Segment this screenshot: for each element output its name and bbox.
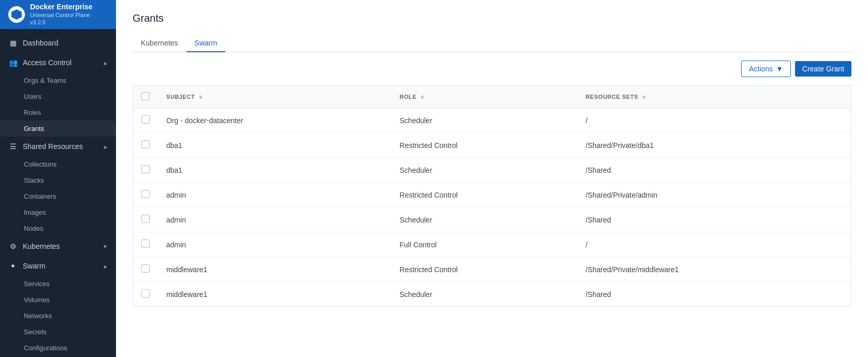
- sidebar-section-label: Access Control: [23, 58, 71, 67]
- table-header-row: SUBJECT ⇅ ROLE ⇅ RESOURCE SETS ⇅: [133, 86, 851, 108]
- cell-subject: dba1: [158, 158, 392, 183]
- cell-resource_sets: /Shared: [577, 207, 851, 232]
- sidebar-item-containers[interactable]: Containers: [0, 188, 116, 204]
- sidebar-item-networks[interactable]: Networks: [0, 308, 116, 324]
- column-role[interactable]: ROLE ⇅: [392, 86, 577, 108]
- sidebar-item-orgs-teams[interactable]: Orgs & Teams: [0, 72, 116, 88]
- cell-subject: dba1: [158, 133, 392, 158]
- cell-subject: admin: [158, 183, 392, 207]
- create-grant-button[interactable]: Create Grant: [795, 61, 851, 77]
- sidebar-section-access-control[interactable]: 👥 Access Control ▲: [0, 53, 116, 72]
- row-checkbox[interactable]: [141, 115, 150, 124]
- sidebar-item-services[interactable]: Services: [0, 276, 116, 292]
- sort-icon: ⇅: [642, 95, 646, 100]
- sidebar-item-images[interactable]: Images: [0, 204, 116, 220]
- sidebar-item-roles[interactable]: Roles: [0, 105, 116, 121]
- chevron-down-icon: ▼: [776, 65, 783, 73]
- sidebar-item-label: Orgs & Teams: [24, 77, 66, 84]
- table-row: adminRestricted Control/Shared/Private/a…: [133, 183, 851, 207]
- chevron-right-icon: ▼: [103, 244, 108, 249]
- page-title: Grants: [133, 12, 851, 24]
- brand-name: Docker Enterprise: [30, 3, 93, 11]
- select-all-cell[interactable]: [133, 86, 158, 108]
- sidebar-item-stacks[interactable]: Stacks: [0, 172, 116, 188]
- sidebar-item-label: Dashboard: [23, 39, 59, 47]
- toolbar: Actions ▼ Create Grant: [133, 52, 851, 85]
- sidebar-header: Docker Enterprise Universal Control Plan…: [0, 0, 116, 29]
- create-grant-label: Create Grant: [802, 65, 844, 73]
- chevron-down-icon: ▲: [103, 263, 108, 269]
- sidebar-section-swarm[interactable]: ✦ Swarm ▲: [0, 256, 116, 276]
- sidebar-item-dashboard[interactable]: ▦ Dashboard: [0, 33, 116, 53]
- table-row: middleware1Restricted Control/Shared/Pri…: [133, 257, 851, 282]
- access-control-icon: 👥: [8, 58, 18, 67]
- tab-swarm[interactable]: Swarm: [186, 35, 226, 52]
- table-row: adminScheduler/Shared: [133, 207, 851, 232]
- cell-subject: middleware1: [158, 257, 392, 282]
- sidebar-section-label: Shared Resources: [23, 142, 83, 151]
- tab-kubernetes[interactable]: Kubernetes: [133, 35, 186, 52]
- swarm-icon: ✦: [8, 261, 18, 271]
- cell-role: Scheduler: [392, 282, 577, 307]
- dashboard-icon: ▦: [8, 38, 18, 48]
- sidebar-item-label: Networks: [24, 312, 52, 320]
- kubernetes-icon: ⚙: [8, 242, 18, 251]
- sort-icon: ⇅: [199, 95, 203, 100]
- sidebar-item-nodes[interactable]: Nodes: [0, 220, 116, 236]
- sidebar-item-label: Secrets: [24, 328, 47, 336]
- tab-bar: Kubernetes Swarm: [133, 35, 851, 52]
- cell-subject: admin: [158, 207, 392, 232]
- sidebar-item-label: Volumes: [24, 296, 50, 304]
- cell-resource_sets: /Shared: [577, 158, 851, 183]
- row-checkbox[interactable]: [141, 140, 150, 148]
- sidebar-item-users[interactable]: Users: [0, 88, 116, 105]
- column-resource-sets[interactable]: RESOURCE SETS ⇅: [577, 86, 851, 108]
- sidebar-nav: ▦ Dashboard 👥 Access Control ▲ Orgs & Te…: [0, 29, 116, 357]
- sidebar-section-kubernetes[interactable]: ⚙ Kubernetes ▼: [0, 236, 116, 256]
- brand-text: Docker Enterprise Universal Control Plan…: [30, 3, 93, 26]
- cell-resource_sets: /: [577, 232, 851, 257]
- cell-role: Restricted Control: [392, 133, 577, 158]
- cell-resource_sets: /Shared/Private/dba1: [577, 133, 851, 158]
- cell-role: Restricted Control: [392, 257, 577, 282]
- sidebar-item-label: Users: [24, 93, 41, 100]
- actions-button[interactable]: Actions ▼: [741, 61, 791, 77]
- row-checkbox[interactable]: [141, 264, 150, 273]
- cell-role: Scheduler: [392, 158, 577, 183]
- cell-role: Full Control: [392, 232, 577, 257]
- cell-resource_sets: /Shared/Private/admin: [577, 183, 851, 207]
- sidebar-item-grants[interactable]: Grants: [0, 121, 116, 137]
- sidebar-item-configurations[interactable]: Configurations: [0, 340, 116, 356]
- table-row: adminFull Control/: [133, 232, 851, 257]
- cell-role: Restricted Control: [392, 183, 577, 207]
- cell-role: Scheduler: [392, 108, 577, 133]
- row-checkbox[interactable]: [141, 190, 150, 198]
- docker-logo: [8, 6, 25, 23]
- actions-label: Actions: [749, 65, 773, 73]
- sidebar-item-label: Configurations: [24, 344, 67, 352]
- select-all-checkbox[interactable]: [141, 92, 150, 100]
- column-subject[interactable]: SUBJECT ⇅: [158, 86, 392, 108]
- sidebar-item-label: Services: [24, 280, 50, 288]
- chevron-down-icon: ▲: [103, 60, 108, 66]
- cell-subject: Org - docker-datacenter: [158, 108, 392, 133]
- sort-icon: ⇅: [421, 95, 425, 100]
- sidebar-item-label: Containers: [24, 192, 56, 200]
- cell-resource_sets: /Shared: [577, 282, 851, 307]
- brand-sub1: Universal Control Plane: [30, 11, 93, 19]
- table-row: Org - docker-datacenterScheduler/: [133, 108, 851, 133]
- row-checkbox[interactable]: [141, 240, 150, 248]
- row-checkbox[interactable]: [141, 165, 150, 173]
- cell-resource_sets: /: [577, 108, 851, 133]
- sidebar-item-label: Grants: [24, 125, 44, 132]
- sidebar-item-label: Stacks: [24, 176, 44, 184]
- sidebar-item-secrets[interactable]: Secrets: [0, 324, 116, 340]
- main-content: Grants Kubernetes Swarm Actions ▼ Create…: [116, 0, 868, 357]
- sidebar-item-volumes[interactable]: Volumes: [0, 292, 116, 308]
- shared-resources-icon: ☰: [8, 142, 18, 151]
- row-checkbox[interactable]: [141, 289, 150, 298]
- row-checkbox[interactable]: [141, 215, 150, 223]
- sidebar-item-collections[interactable]: Collections: [0, 156, 116, 172]
- sidebar-section-shared-resources[interactable]: ☰ Shared Resources ▲: [0, 137, 116, 156]
- chevron-down-icon: ▲: [103, 144, 108, 150]
